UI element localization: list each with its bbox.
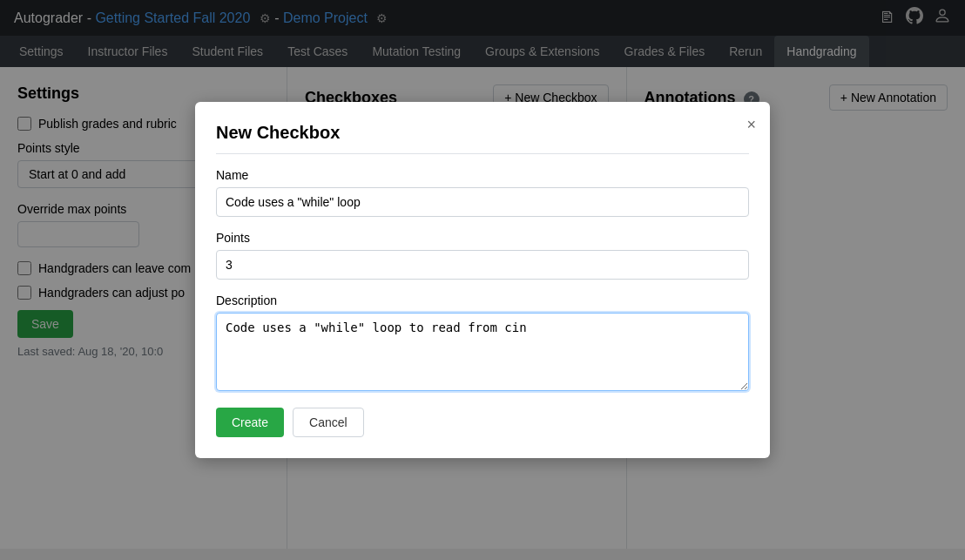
modal-name-input[interactable] bbox=[216, 187, 749, 217]
modal-title: New Checkbox bbox=[216, 123, 749, 154]
modal-points-label: Points bbox=[216, 231, 749, 245]
modal-points-input[interactable] bbox=[216, 250, 749, 280]
modal-close-button[interactable]: × bbox=[746, 116, 756, 134]
modal-description-label: Description bbox=[216, 293, 749, 307]
modal-name-label: Name bbox=[216, 168, 749, 182]
modal-description-textarea[interactable]: Code uses a "while" loop to read from ci… bbox=[216, 313, 749, 391]
create-button[interactable]: Create bbox=[216, 408, 284, 437]
modal-name-field: Name bbox=[216, 168, 749, 217]
modal-description-field: Description Code uses a "while" loop to … bbox=[216, 293, 749, 394]
modal-overlay[interactable]: New Checkbox × Name Points Description C… bbox=[0, 0, 965, 549]
cancel-button[interactable]: Cancel bbox=[293, 408, 364, 437]
new-checkbox-modal: New Checkbox × Name Points Description C… bbox=[195, 102, 770, 458]
modal-points-field: Points bbox=[216, 231, 749, 280]
modal-footer: Create Cancel bbox=[216, 408, 749, 437]
